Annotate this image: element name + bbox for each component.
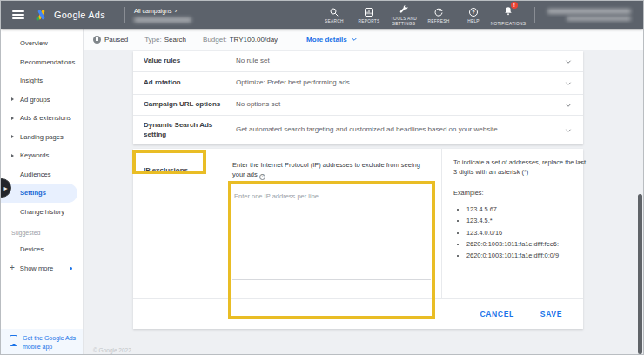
sidebar-item-settings[interactable]: Settings [1,184,77,203]
header-divider [124,7,125,23]
hamburger-menu-icon[interactable] [12,10,24,19]
ip-exclusions-label: IP exclusions [144,166,188,174]
status-text: Paused [104,36,128,44]
wrench-icon [399,4,409,15]
show-more-button[interactable]: + Show more [1,259,83,278]
help-icon: ? [468,7,479,17]
sidebar-nav: Overview Recommendations Insights Ad gro… [1,29,84,354]
setting-row-dynamic-search-ads[interactable]: Dynamic Search Ads setting Get automated… [133,115,583,144]
breadcrumb-label: All campaigns [134,8,172,14]
sidebar-section-suggested: Suggested [1,224,83,240]
notification-badge: ! [511,2,518,9]
notifications-label: NOTIFICATIONS [491,22,527,27]
refresh-button[interactable]: REFRESH [421,5,456,24]
setting-row-campaign-url-options[interactable]: Campaign URL options No options set [133,94,583,115]
setting-row-ad-rotation[interactable]: Ad rotation Optimize: Prefer best perfor… [133,71,583,94]
reports-button[interactable]: REPORTS [352,5,386,24]
reports-icon [364,7,374,17]
svg-text:?: ? [472,10,475,15]
campaign-type: Type: Search [144,36,186,44]
chevron-right-icon: › [174,8,177,15]
notification-dot [70,267,73,271]
chevron-down-icon [351,36,358,43]
ip-example: 123.4.5.67 [466,204,586,215]
sidebar-item-landing-pages[interactable]: Landing pages [1,128,83,147]
cancel-button[interactable]: CANCEL [480,310,513,318]
google-ads-app-window: Google Ads All campaigns › SEARCH REPORT… [0,0,644,355]
sidebar-item-recommendations[interactable]: Recommendations [1,53,83,72]
ip-exclusions-description: Enter the Internet Protocol (IP) address… [232,160,434,180]
campaign-budget: Budget: TRY100.00/day [203,36,278,44]
setting-row-value-rules[interactable]: Value rules No rule set [133,51,583,71]
app-header: Google Ads All campaigns › SEARCH REPORT… [1,1,643,29]
tools-settings-button[interactable]: TOOLS AND SETTINGS [386,3,421,27]
product-name: Google Ads [54,10,105,20]
campaign-status-bar: Paused Type: Search Budget: TRY100.00/da… [84,29,643,50]
reports-label: REPORTS [358,19,379,24]
settings-list-card: Value rules No rule set Ad rotation Opti… [133,51,583,144]
main-content: Value rules No rule set Ad rotation Opti… [84,50,643,354]
ip-example: 2620:0:1003:1011:fa1e:dfff:0:0/9 [466,250,586,261]
ip-examples-list: 123.4.5.67 123.4.5.* 123.4.0.0/16 2620:0… [466,204,586,262]
campaign-name-redacted [134,17,191,23]
tip-text: To indicate a set of addresses, replace … [453,157,586,178]
chevron-down-icon[interactable] [564,57,573,66]
chevron-down-icon[interactable] [564,126,573,135]
ip-example: 123.4.5.* [466,215,586,226]
sidebar-item-insights[interactable]: Insights [1,71,83,90]
google-ads-logo-icon[interactable] [35,9,48,22]
expand-arrow-icon [11,154,14,157]
help-label: HELP [467,19,480,24]
search-icon [329,7,339,17]
sidebar-item-ads-extensions[interactable]: Ads & extensions [1,109,83,128]
expand-arrow-icon [11,135,14,138]
sidebar-item-overview[interactable]: Overview [1,34,83,53]
search-button[interactable]: SEARCH [317,5,352,24]
ip-example: 123.4.0.0/16 [466,227,586,238]
plus-icon: + [10,264,15,272]
breadcrumb[interactable]: All campaigns › [134,8,191,15]
ip-addresses-textarea[interactable] [232,188,431,280]
save-button[interactable]: SAVE [540,310,562,318]
campaign-status[interactable]: Paused [93,36,128,44]
copyright-text: © Google 2022 [93,347,131,353]
sidebar-item-change-history[interactable]: Change history [1,203,83,222]
vertical-scrollbar-thumb[interactable] [638,194,642,354]
chevron-down-icon[interactable] [564,101,573,110]
sidebar-item-ad-groups[interactable]: Ad groups [1,90,83,110]
search-label: SEARCH [325,19,344,24]
refresh-label: REFRESH [427,19,449,24]
phone-icon [10,335,17,346]
sidebar-item-devices[interactable]: Devices [1,240,83,259]
notifications-button[interactable]: ! NOTIFICATIONS [491,3,526,27]
help-button[interactable]: ? HELP [456,5,491,24]
ip-example: 2620:0:1003:1011:fa1e:dfff:fee6: [466,238,586,250]
mobile-app-promo-label: Get the Google Ads mobile app [23,334,79,352]
ip-exclusions-card: IP exclusions Enter the Internet Protoco… [133,149,583,329]
ip-format-tip-panel: To indicate a set of addresses, replace … [441,149,594,298]
sidebar-item-keywords[interactable]: Keywords [1,146,83,165]
chevron-up-icon[interactable] [576,158,585,167]
chevron-down-icon[interactable] [564,79,573,88]
tools-settings-label: TOOLS AND SETTINGS [389,17,419,27]
mobile-app-promo[interactable]: Get the Google Ads mobile app [1,329,83,354]
help-circle-icon[interactable] [259,174,265,180]
examples-label: Examples: [453,189,586,197]
expand-arrow-icon [11,97,14,101]
sidebar-item-audiences[interactable]: Audiences [1,165,83,184]
refresh-icon [433,7,444,17]
more-details-button[interactable]: More details [306,36,358,44]
expand-arrow-icon [11,117,14,120]
header-divider [534,7,535,23]
pause-icon [93,36,101,44]
account-info-redacted[interactable] [547,9,631,21]
